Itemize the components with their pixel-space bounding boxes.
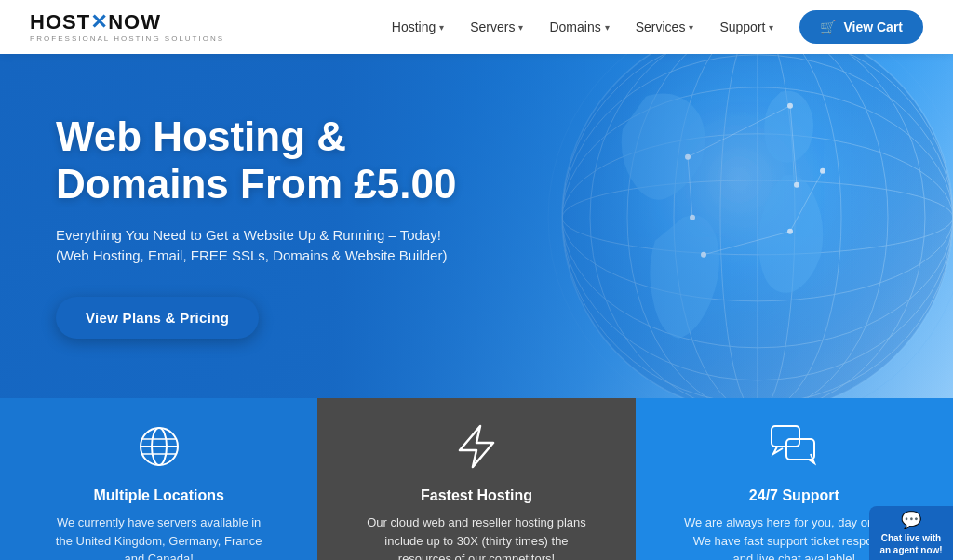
- bolt-icon: [456, 424, 497, 474]
- view-cart-button[interactable]: 🛒 View Cart: [799, 10, 923, 44]
- globe-icon: [137, 424, 181, 474]
- chevron-down-icon: ▾: [439, 22, 444, 33]
- chat-bubble-text: Chat live with an agent now!: [875, 532, 947, 556]
- nav-support[interactable]: Support ▾: [708, 12, 785, 42]
- nav-links: Hosting ▾ Servers ▾ Domains ▾ Services ▾…: [381, 12, 785, 42]
- feature-cards: Multiple Locations We currently have ser…: [0, 398, 953, 560]
- card-title-locations: Multiple Locations: [93, 487, 223, 504]
- card-title-support: 24/7 Support: [749, 487, 839, 504]
- hero-section: Web Hosting &Domains From £5.00 Everythi…: [0, 54, 953, 398]
- chevron-down-icon: ▾: [689, 22, 693, 33]
- feature-card-speed: Fastest Hosting Our cloud web and resell…: [317, 398, 635, 560]
- chat-bubble-icon: 💬: [901, 510, 921, 530]
- card-title-speed: Fastest Hosting: [421, 487, 532, 504]
- chevron-down-icon: ▾: [518, 22, 523, 33]
- nav-domains[interactable]: Domains ▾: [538, 12, 620, 42]
- hero-title: Web Hosting &Domains From £5.00: [56, 113, 456, 207]
- chat-icon: [770, 424, 818, 474]
- view-plans-button[interactable]: View Plans & Pricing: [56, 297, 259, 339]
- chevron-down-icon: ▾: [769, 22, 773, 33]
- hero-content: Web Hosting &Domains From £5.00 Everythi…: [0, 113, 512, 338]
- logo-tagline: PROFESSIONAL HOSTING SOLUTIONS: [30, 34, 224, 43]
- hero-subtitle: Everything You Need to Get a Website Up …: [56, 225, 456, 267]
- logo-x: ✕: [90, 10, 108, 33]
- nav-servers[interactable]: Servers ▾: [459, 12, 534, 42]
- card-desc-locations: We currently have servers available in t…: [47, 513, 271, 560]
- logo-text: HOST✕NOW: [30, 12, 224, 33]
- cart-icon: 🛒: [820, 20, 836, 34]
- feature-card-locations: Multiple Locations We currently have ser…: [0, 398, 317, 560]
- chat-bubble[interactable]: 💬 Chat live with an agent now!: [869, 506, 953, 560]
- card-desc-speed: Our cloud web and reseller hosting plans…: [365, 513, 588, 560]
- chevron-down-icon: ▾: [605, 22, 610, 33]
- nav-hosting[interactable]: Hosting ▾: [381, 12, 455, 42]
- navbar: HOST✕NOW PROFESSIONAL HOSTING SOLUTIONS …: [0, 0, 953, 54]
- logo: HOST✕NOW PROFESSIONAL HOSTING SOLUTIONS: [30, 12, 224, 43]
- nav-services[interactable]: Services ▾: [624, 12, 705, 42]
